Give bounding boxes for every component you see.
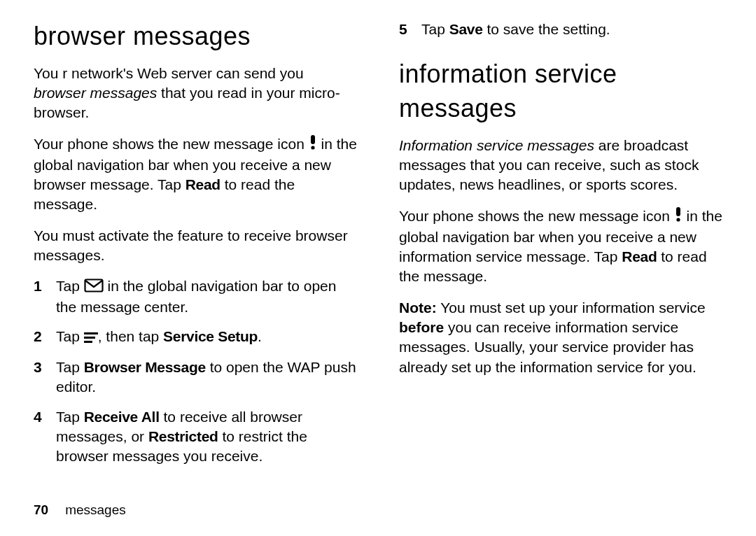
svg-point-15	[676, 218, 680, 222]
step-number: 2	[34, 327, 46, 348]
section-label: messages	[65, 502, 126, 517]
svg-rect-9	[84, 341, 92, 343]
label-save: Save	[449, 21, 483, 37]
text: Tap	[56, 409, 84, 425]
text: Your phone shows the new message icon	[34, 136, 309, 152]
steps-list: 1 Tap in the global navigation bar to op…	[34, 276, 357, 466]
text-italic: browser messages	[34, 85, 157, 101]
activate-paragraph: You must activate the feature to receive…	[34, 226, 357, 266]
step-number: 3	[34, 358, 46, 397]
page-footer: 70messages	[34, 497, 722, 536]
text: Tap	[56, 278, 84, 294]
text: You must set up your information service	[437, 299, 706, 316]
alert-icon	[674, 206, 682, 227]
text: Tap	[56, 328, 84, 344]
envelope-icon	[84, 278, 104, 297]
text: .	[258, 328, 262, 344]
text-bold: before	[399, 319, 444, 335]
text: Your phone shows the new message icon	[399, 208, 674, 224]
label-note: Note:	[399, 299, 437, 316]
left-column: browser messages A + You r network's Web…	[34, 20, 357, 497]
step-2: 2 Tap , then tap Service Setup.	[34, 327, 357, 348]
text: , then tap	[98, 328, 163, 344]
label-restricted: Restricted	[148, 428, 218, 444]
heading-info-service: information service messages	[399, 57, 722, 125]
step-3: 3 Tap Browser Message to open the WAP pu…	[34, 358, 357, 397]
info-new-message-paragraph: Your phone shows the new message icon in…	[399, 206, 722, 287]
label-read: Read	[186, 176, 220, 192]
text-italic: Information service messages	[399, 137, 594, 153]
text: You r network's Web server can send you	[34, 65, 304, 81]
right-column: 5 Tap Save to save the setting. informat…	[399, 20, 722, 497]
label-receive-all: Receive All	[84, 409, 160, 425]
heading-browser-messages: browser messages	[34, 20, 357, 54]
text: Tap	[421, 21, 449, 37]
svg-rect-6	[85, 279, 102, 291]
text: to save the setting.	[483, 21, 610, 37]
step-4: 4 Tap Receive All to receive all browser…	[34, 407, 357, 467]
text: Tap	[56, 359, 84, 375]
note-paragraph: Note: You must set up your information s…	[399, 298, 722, 377]
step-number: 4	[34, 407, 46, 467]
step-5: 5 Tap Save to save the setting.	[399, 20, 722, 39]
svg-rect-4	[311, 135, 315, 144]
menu-icon	[84, 328, 98, 348]
alert-icon	[309, 134, 317, 155]
svg-rect-8	[84, 337, 95, 339]
intro-paragraph: A + You r network's Web server can send …	[34, 64, 357, 123]
page-number: 70	[34, 502, 48, 517]
step-number: 1	[34, 276, 46, 317]
svg-point-5	[311, 146, 314, 150]
new-message-paragraph: Your phone shows the new message icon in…	[34, 134, 357, 215]
svg-rect-7	[84, 332, 98, 334]
info-intro-paragraph: A + Information service messages are bro…	[399, 136, 722, 195]
svg-rect-14	[676, 207, 680, 216]
label-service-setup: Service Setup	[163, 328, 258, 344]
text: you can receive information service mess…	[399, 319, 696, 375]
steps-list-cont: 5 Tap Save to save the setting.	[399, 20, 722, 39]
label-read: Read	[622, 248, 657, 265]
step-1: 1 Tap in the global navigation bar to op…	[34, 276, 357, 317]
label-browser-message: Browser Message	[84, 359, 206, 375]
step-number: 5	[399, 20, 412, 39]
